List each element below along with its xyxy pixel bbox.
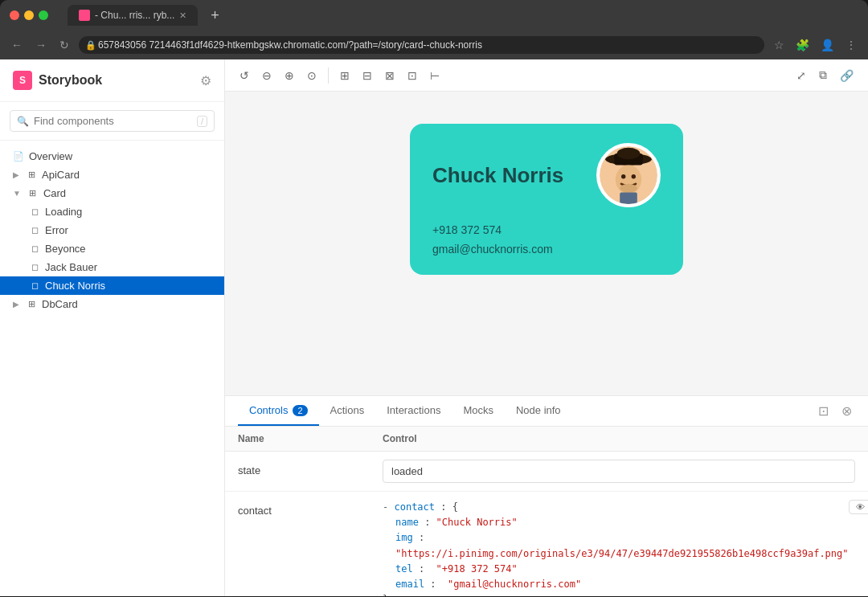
search-input[interactable] — [34, 115, 192, 127]
contact-actions: 👁 RAW — [849, 500, 868, 514]
toggle-button[interactable]: ⊠ — [380, 66, 399, 85]
json-line-6: } — [383, 592, 849, 596]
card-email: gmail@chucknorris.com — [432, 243, 661, 256]
sidebar-logo: S Storybook — [13, 71, 102, 90]
apicard-label: ApiCard — [42, 169, 80, 181]
card-tel: +918 372 574 — [432, 223, 661, 236]
panel-close-button[interactable]: ⊗ — [838, 400, 855, 422]
sidebar-item-overview[interactable]: 📄 Overview — [0, 147, 224, 166]
zoom-in-button[interactable]: ⊕ — [280, 66, 299, 85]
json-line-2: name : "Chuck Norris" — [383, 515, 849, 530]
view-button[interactable]: ⊡ — [403, 66, 422, 85]
zoom-out-button[interactable]: ⊖ — [257, 66, 276, 85]
sidebar-item-loading[interactable]: ◻ Loading — [0, 202, 224, 221]
tab-controls-label: Controls — [249, 404, 288, 416]
tab-controls[interactable]: Controls 2 — [238, 396, 319, 426]
tab-node-info[interactable]: Node info — [505, 396, 572, 426]
tab-actions-label: Actions — [330, 404, 365, 416]
contact-json: - contact : { name : "Chuck Norris" img … — [383, 500, 849, 596]
canvas-toolbar: ↺ ⊖ ⊕ ⊙ ⊞ ⊟ ⊠ ⊡ ⊢ ⤢ ⧉ 🔗 — [225, 59, 868, 92]
contact-label: contact — [238, 500, 383, 517]
card-icon: ⊞ — [27, 188, 39, 199]
tab-mocks-label: Mocks — [463, 404, 493, 416]
sidebar-item-dbcard[interactable]: ▶ ⊞ DbCard — [0, 295, 224, 313]
overview-icon: 📄 — [13, 151, 24, 162]
error-label: Error — [45, 224, 68, 236]
search-icon: 🔍 — [17, 116, 29, 127]
link-button[interactable]: 🔗 — [835, 66, 858, 85]
card-component: Chuck Norris — [410, 124, 683, 275]
json-line-5: email : "gmail@chucknorris.com" — [383, 577, 849, 592]
extensions-button[interactable]: 🧩 — [792, 37, 813, 53]
profile-button[interactable]: 👤 — [817, 37, 837, 53]
minimize-button[interactable] — [24, 10, 34, 20]
dbcard-icon: ⊞ — [26, 299, 37, 310]
close-button[interactable] — [10, 10, 19, 20]
loading-icon: ◻ — [29, 206, 40, 218]
json-line-4: tel : "+918 372 574" — [383, 562, 849, 577]
contact-control: - contact : { name : "Chuck Norris" img … — [383, 500, 868, 596]
tab-actions[interactable]: Actions — [319, 396, 376, 426]
reset-button[interactable]: ↺ — [235, 66, 254, 85]
browser-window: - Chu... rris... ryb... ✕ + ← → ↻ 🔒 ☆ 🧩 … — [0, 0, 868, 596]
state-label: state — [238, 460, 383, 476]
name-column-header: Name — [238, 433, 383, 444]
apicard-icon: ⊞ — [26, 170, 37, 181]
address-bar[interactable] — [79, 36, 764, 54]
panel-tabs: Controls 2 Actions Interactions Mocks No… — [225, 396, 868, 427]
tab-title: - Chu... rris... ryb... — [95, 10, 174, 21]
new-tab-button[interactable]: + — [204, 7, 226, 24]
svg-point-7 — [620, 184, 637, 193]
sidebar-item-jack-bauer[interactable]: ◻ Jack Bauer — [0, 258, 224, 276]
controls-table-header: Name Control — [225, 427, 868, 452]
browser-tab[interactable]: - Chu... rris... ryb... ✕ — [68, 5, 198, 26]
sidebar-nav: 📄 Overview ▶ ⊞ ApiCard ▼ ⊞ Card ◻ — [0, 141, 224, 596]
maximize-button[interactable] — [39, 10, 48, 20]
svg-point-3 — [617, 148, 641, 159]
expand-icon: ▶ — [13, 170, 19, 179]
sidebar: S Storybook ⚙ 🔍 / 📄 Overview — [0, 59, 225, 596]
eye-button[interactable]: 👁 — [849, 500, 868, 514]
card-label: Card — [43, 187, 66, 199]
reload-button[interactable]: ↻ — [56, 37, 72, 53]
sidebar-item-apicard[interactable]: ▶ ⊞ ApiCard — [0, 166, 224, 184]
settings-icon[interactable]: ⚙ — [200, 73, 211, 88]
tab-mocks[interactable]: Mocks — [452, 396, 505, 426]
sidebar-item-card[interactable]: ▼ ⊞ Card — [0, 184, 224, 202]
lock-icon: 🔒 — [85, 40, 96, 51]
fullscreen-button[interactable]: ⤢ — [792, 66, 811, 85]
grid-button[interactable]: ⊞ — [335, 66, 354, 85]
panel-button[interactable]: ⊢ — [425, 66, 444, 85]
new-window-button[interactable]: ⧉ — [814, 65, 832, 85]
avatar-svg — [600, 143, 657, 207]
sidebar-item-error[interactable]: ◻ Error — [0, 221, 224, 239]
separator — [328, 67, 329, 84]
json-line-1: - contact : { — [383, 500, 849, 515]
error-icon: ◻ — [29, 225, 40, 236]
sidebar-title: Storybook — [39, 73, 102, 88]
app-container: S Storybook ⚙ 🔍 / 📄 Overview — [0, 59, 868, 596]
expand-icon: ▶ — [13, 300, 19, 309]
control-column-header: Control — [383, 433, 855, 444]
zoom-fit-button[interactable]: ⊙ — [302, 66, 321, 85]
address-bar-wrapper: 🔒 — [79, 36, 764, 54]
expand-icon: ▼ — [13, 189, 21, 198]
card-header: Chuck Norris — [432, 143, 661, 207]
bookmark-button[interactable]: ☆ — [771, 37, 788, 53]
traffic-lights — [10, 10, 48, 20]
panel-layout-button[interactable]: ⊡ — [815, 400, 832, 422]
loading-label: Loading — [45, 206, 82, 218]
tab-interactions[interactable]: Interactions — [375, 396, 452, 426]
tab-close-icon[interactable]: ✕ — [179, 10, 186, 21]
sidebar-item-chuck-norris[interactable]: ◻ Chuck Norris — [0, 276, 224, 295]
forward-button[interactable]: → — [32, 37, 50, 53]
state-control — [383, 460, 855, 483]
sidebar-search-area: 🔍 / — [0, 102, 224, 141]
menu-button[interactable]: ⋮ — [842, 37, 860, 53]
back-button[interactable]: ← — [8, 37, 26, 53]
sidebar-item-beyonce[interactable]: ◻ Beyonce — [0, 239, 224, 258]
chuck-norris-icon: ◻ — [29, 280, 40, 292]
state-input[interactable] — [383, 460, 855, 483]
svg-point-5 — [621, 174, 625, 178]
layout-button[interactable]: ⊟ — [358, 66, 377, 85]
